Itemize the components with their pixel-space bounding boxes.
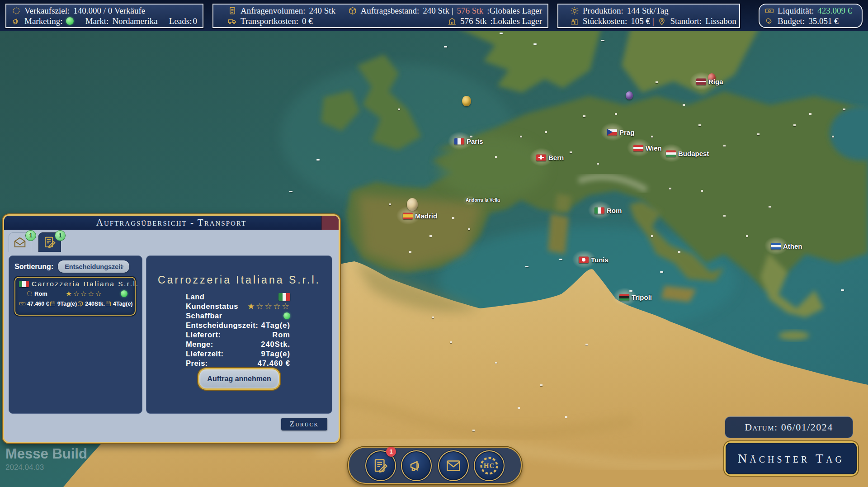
- map-city-riga[interactable]: Riga: [696, 78, 723, 85]
- sales-goal-label: Verkaufsziel:: [24, 6, 70, 16]
- schaffbar-status-dot: [283, 312, 290, 319]
- build-name: Messe Build: [5, 446, 87, 462]
- bld-decoration: [495, 156, 497, 158]
- map-city-prag[interactable]: Prag: [607, 128, 634, 136]
- bld-decoration: [398, 109, 400, 110]
- next-day-button[interactable]: Nächster Tag: [724, 441, 858, 476]
- sales-goal-value: 140.000 / 0 Verkäufe: [73, 6, 145, 16]
- map-city-rom[interactable]: Rom: [594, 207, 622, 214]
- request-card-carrozzeria[interactable]: Carrozzeria Italiana S.r.l. Rom ★☆☆☆☆ 47…: [14, 277, 136, 316]
- bld-decoration: [432, 317, 434, 318]
- map-city-tripoli[interactable]: Tripoli: [619, 293, 652, 301]
- backlog-label: Auftragsbestand:: [361, 6, 420, 16]
- ship-decoration: [444, 46, 447, 47]
- megaphone-icon: [12, 17, 21, 26]
- map-city-athen[interactable]: Athen: [771, 242, 802, 250]
- bld-decoration: [452, 217, 454, 219]
- detail-star-rating: ★☆☆☆☆: [247, 302, 290, 311]
- menge-value: 240Stk.: [261, 340, 290, 349]
- sort-dropdown[interactable]: Entscheidungszeit ▼: [58, 260, 129, 273]
- mail-button[interactable]: [438, 450, 469, 481]
- bld-decoration: [495, 362, 497, 364]
- bld-decoration: [651, 136, 653, 137]
- bld-decoration: [669, 188, 671, 189]
- card-company-name: Carrozzeria Italiana S.r.l.: [32, 280, 139, 288]
- laurel-icon: [477, 454, 501, 478]
- map-city-tunis[interactable]: Tunis: [579, 256, 609, 264]
- request-list-panel: Sortierung: Entscheidungszeit ▼ Carrozze…: [9, 255, 142, 414]
- map-city-wien[interactable]: Wien: [633, 144, 662, 152]
- calendar-icon: [49, 300, 56, 307]
- local-stock-value: 576 Stk: [460, 16, 487, 26]
- leads-label: Leads:: [169, 16, 192, 26]
- bld-decoration: [570, 151, 572, 153]
- location-value: Lissabon: [705, 16, 736, 26]
- contracts-badge: 1: [386, 447, 396, 457]
- bld-decoration: [540, 384, 542, 386]
- flag-hu-icon: [666, 150, 676, 156]
- bld-decoration: [518, 407, 520, 409]
- lieferort-label: Lieferort:: [186, 331, 221, 339]
- location-pin-icon: [657, 17, 666, 26]
- detail-company-name: Carrozzeria Italiana S.r.l.: [146, 274, 332, 286]
- unit-cost-value: 105 € |: [631, 16, 654, 26]
- sort-label: Sortierung:: [14, 263, 53, 271]
- liquidity-value: 423.009 €: [817, 6, 852, 16]
- preis-value: 47.460 €: [258, 359, 290, 368]
- card-city: Rom: [34, 290, 47, 297]
- transport-value: 0 €: [302, 16, 313, 26]
- entscheidungszeit-value: 4Tag(e): [261, 321, 290, 330]
- flag-at-icon: [633, 145, 643, 151]
- inquiry-label: Anfragenvolumen:: [241, 6, 306, 16]
- envelope-icon: [445, 458, 462, 474]
- accept-order-button[interactable]: Auftrag annehmen: [198, 368, 280, 390]
- land-label: Land: [186, 293, 204, 301]
- megaphone-icon: [408, 458, 425, 474]
- hc-logo-button[interactable]: HC: [474, 450, 505, 481]
- menge-label: Menge:: [186, 340, 213, 349]
- dialog-title-bar: Auftragsübersicht - Transport: [4, 216, 339, 230]
- production-label: Produktion:: [583, 6, 623, 16]
- bottom-toolbar: 1 HC: [348, 447, 522, 484]
- top-status-bar: Verkaufsziel: 140.000 / 0 Verkäufe Marke…: [0, 0, 868, 31]
- flag-tn-icon: [579, 256, 589, 263]
- unit-cost-label: Stückkosten:: [583, 16, 627, 26]
- map-city-bern[interactable]: Bern: [536, 154, 564, 161]
- global-stock-value: 576 Stk: [457, 6, 484, 16]
- budget-value: 35.051 €: [808, 16, 839, 26]
- back-button[interactable]: Zurück: [281, 418, 327, 430]
- envelope-open-icon: [13, 236, 27, 249]
- marketing-button[interactable]: [401, 450, 432, 481]
- ship-decoration: [841, 289, 844, 291]
- map-city-madrid[interactable]: Madrid: [403, 212, 437, 220]
- bld-decoration: [746, 235, 748, 237]
- price-tag-icon: [19, 300, 26, 307]
- document-icon: [228, 6, 237, 15]
- marketing-label: Marketing:: [24, 16, 62, 26]
- ship-decoration: [559, 259, 562, 260]
- order-overview-dialog: Auftragsübersicht - Transport 1 1 Sortie…: [3, 214, 340, 443]
- bld-decoration: [698, 124, 701, 126]
- bld-decoration: [565, 416, 567, 418]
- calendar-icon: [105, 300, 112, 307]
- sort-dropdown-value: Entscheidungszeit: [65, 263, 123, 270]
- contract-icon: [43, 236, 57, 249]
- truck-icon: [228, 17, 237, 26]
- lieferort-value: Rom: [272, 331, 290, 339]
- inquiry-value: 240 Stk: [309, 6, 336, 16]
- global-stock-label: :Globales Lager: [487, 6, 542, 16]
- map-city-paris[interactable]: Paris: [454, 137, 483, 145]
- map-city-andorra-la-vella[interactable]: Andorra la Vella: [466, 198, 500, 203]
- gear-icon: [570, 6, 579, 15]
- market-value: Nordamerika: [112, 16, 157, 26]
- card-status-dot: [121, 290, 127, 297]
- orders-status-box: Anfragenvolumen: 240 Stk Auftragsbestand…: [212, 4, 548, 28]
- dialog-close-button[interactable]: [321, 216, 339, 230]
- card-star-rating: ★☆☆☆☆: [47, 289, 121, 298]
- map-city-budapest[interactable]: Budapest: [666, 150, 709, 157]
- bld-decoration: [843, 109, 845, 110]
- bld-decoration: [656, 81, 658, 83]
- card-delivery-time: 9Tag(e): [57, 301, 77, 307]
- bld-decoration: [472, 430, 475, 431]
- bld-decoration: [723, 145, 726, 147]
